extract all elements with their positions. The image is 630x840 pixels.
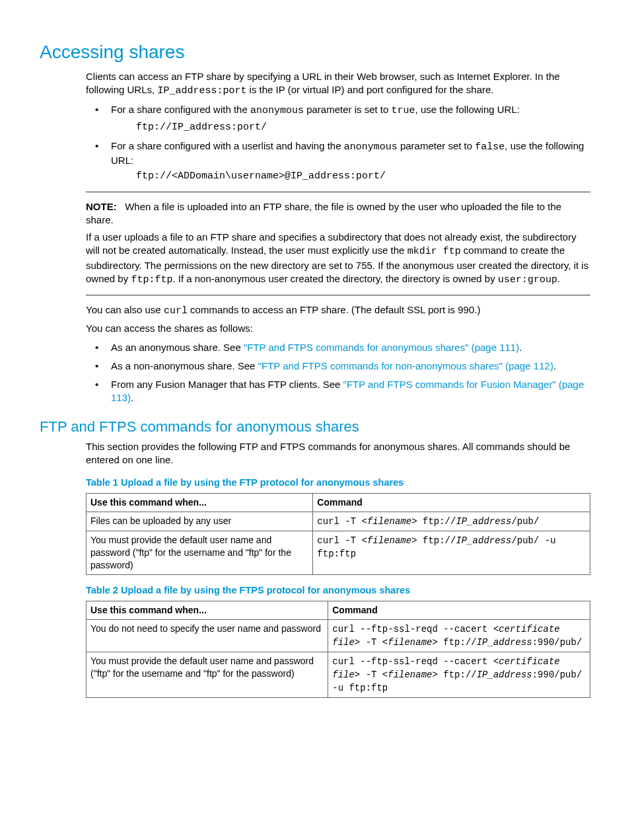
text: . — [553, 360, 556, 371]
table-cell: curl -T <filename> ftp://IP_address/pub/… — [313, 531, 590, 575]
text: For a share configured with a userlist a… — [111, 140, 344, 151]
text: For a share configured with the — [111, 104, 250, 115]
list-item: For a share configured with the anonymou… — [86, 103, 590, 134]
code-param: IP_address — [456, 535, 511, 546]
code-param: IP_address — [456, 516, 511, 527]
table-cell: You must provide the default user name a… — [87, 531, 313, 575]
table-1: Use this command when... Command Files c… — [86, 493, 590, 574]
inline-code: true — [392, 105, 415, 116]
text: is the IP (or virtual IP) and port confi… — [246, 84, 493, 95]
list-item: As an anonymous share. See "FTP and FTPS… — [86, 341, 590, 354]
code-param: IP_address — [477, 637, 532, 648]
code: -T — [360, 669, 382, 680]
inline-code: ftp:ftp — [131, 274, 172, 286]
code-param: IP_address — [477, 669, 532, 680]
code-block: ftp://IP_address:port/ — [136, 121, 590, 134]
list-item: For a share configured with a userlist a… — [86, 139, 590, 184]
note-paragraph-2: If a user uploads a file to an FTP share… — [86, 231, 590, 287]
code: :990/pub/ — [532, 637, 582, 648]
paragraph: This section provides the following FTP … — [86, 440, 590, 467]
inline-code: mkdir ftp — [407, 246, 461, 257]
code: curl --ftp-ssl-reqd --cacert — [332, 656, 493, 667]
code-block: ftp://<ADDomain\username>@IP_address:por… — [136, 170, 590, 183]
table-header: Command — [328, 601, 590, 620]
table-cell: curl --ftp-ssl-reqd --cacert <certificat… — [328, 652, 590, 697]
table-2-caption: Table 2 Upload a file by using the FTPS … — [86, 584, 590, 597]
table-header: Command — [313, 494, 590, 512]
text: When a file is uploaded into an FTP shar… — [86, 201, 561, 225]
list-item: As a non-anonymous share. See "FTP and F… — [86, 360, 590, 373]
inline-code: curl — [164, 305, 188, 317]
code: ftp:// — [438, 669, 477, 680]
code: curl --ftp-ssl-reqd --cacert — [332, 624, 493, 634]
link-anon-commands[interactable]: "FTP and FTPS commands for anonymous sha… — [244, 342, 519, 353]
inline-code: false — [475, 141, 505, 153]
table-2: Use this command when... Command You do … — [86, 601, 590, 697]
table-header: Use this command when... — [87, 494, 313, 512]
code: ftp:// — [438, 637, 477, 648]
text: . If a non-anonymous user created the di… — [172, 273, 497, 284]
table-header: Use this command when... — [87, 601, 328, 620]
paragraph: You can also use curl commands to access… — [86, 303, 590, 318]
code-param: <filename> — [382, 637, 438, 648]
access-list: As an anonymous share. See "FTP and FTPS… — [86, 341, 590, 405]
divider — [86, 192, 590, 192]
code: ftp:// — [417, 516, 456, 527]
code-param: <filename> — [362, 535, 417, 546]
code: curl -T — [317, 516, 361, 527]
divider — [86, 295, 590, 295]
table-cell: Files can be uploaded by any user — [87, 512, 313, 531]
table-cell: You must provide the default user name a… — [87, 652, 328, 697]
text: . — [131, 392, 133, 403]
table-cell: You do not need to specify the user name… — [87, 620, 328, 652]
text: commands to access an FTP share. (The de… — [188, 304, 481, 315]
code-param: <filename> — [382, 669, 438, 680]
text: As an anonymous share. See — [111, 342, 244, 353]
text: As a non-anonymous share. See — [111, 360, 258, 371]
text: . — [519, 342, 522, 353]
code: curl -T — [317, 535, 361, 546]
table-cell: curl -T <filename> ftp://IP_address/pub/ — [313, 512, 590, 531]
code: ftp:// — [417, 535, 456, 546]
inline-code: user:group — [498, 274, 557, 286]
heading-ftp-commands-anon: FTP and FTPS commands for anonymous shar… — [40, 417, 590, 437]
note-paragraph: NOTE: When a file is uploaded into an FT… — [86, 200, 590, 227]
text: From any Fusion Manager that has FTP cli… — [111, 379, 343, 390]
code-param: <filename> — [362, 516, 417, 527]
paragraph: You can access the shares as follows: — [86, 322, 590, 335]
text: , use the following URL: — [415, 104, 520, 115]
text: . — [557, 273, 560, 284]
note-label: NOTE: — [86, 201, 117, 212]
text: parameter is set to — [304, 104, 392, 115]
code: -T — [360, 637, 382, 648]
inline-code: anonymous — [344, 141, 398, 153]
table-cell: curl --ftp-ssl-reqd --cacert <certificat… — [328, 620, 590, 652]
text: parameter set to — [398, 140, 475, 151]
link-nonanon-commands[interactable]: "FTP and FTPS commands for non-anonymous… — [258, 360, 553, 371]
intro-paragraph: Clients can access an FTP share by speci… — [86, 70, 590, 98]
code: /pub/ — [511, 516, 539, 527]
text: You can also use — [86, 304, 164, 315]
table-1-caption: Table 1 Upload a file by using the FTP p… — [86, 477, 590, 490]
list-item: From any Fusion Manager that has FTP cli… — [86, 378, 590, 405]
inline-code: anonymous — [250, 105, 304, 116]
inline-code: IP_address:port — [157, 85, 246, 96]
url-list: For a share configured with the anonymou… — [86, 103, 590, 183]
heading-accessing-shares: Accessing shares — [40, 40, 590, 65]
